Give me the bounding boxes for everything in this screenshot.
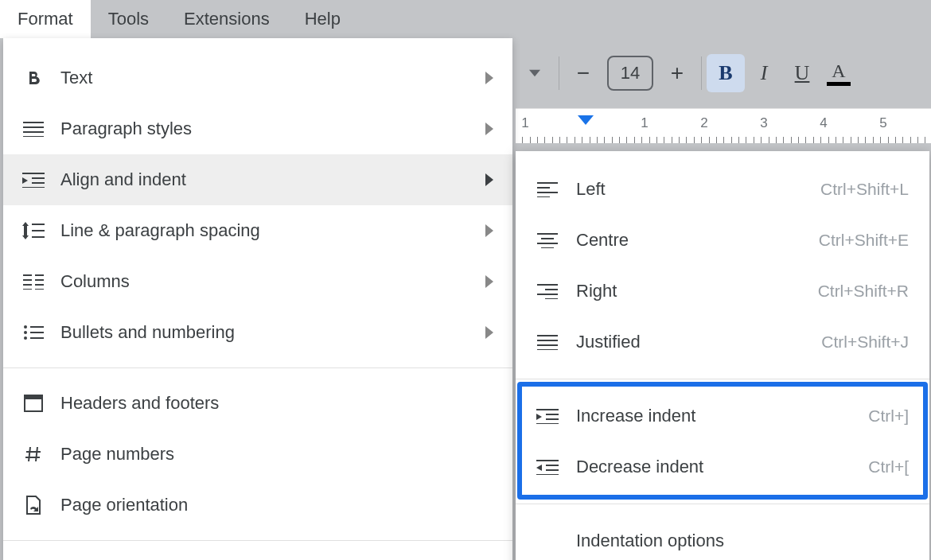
menu-item-label: Align and indent [60, 169, 186, 190]
ruler-number: 4 [820, 115, 827, 131]
menu-item-align-and-indent[interactable]: Align and indent [3, 154, 512, 205]
submenu-item-shortcut: Ctrl+Shift+J [821, 332, 909, 352]
menu-help-label: Help [305, 9, 341, 29]
bold-icon [22, 67, 45, 89]
svg-point-19 [24, 325, 27, 329]
menu-item-headers-footers[interactable]: Headers and footers [3, 378, 512, 429]
font-size-input[interactable]: 14 [607, 56, 653, 91]
menu-item-bullets-numbering[interactable]: Bullets and numbering [3, 307, 512, 358]
submenu-item-shortcut: Ctrl+[ [868, 457, 909, 476]
align-right-icon [536, 280, 559, 302]
submenu-item-label: Decrease indent [576, 457, 703, 477]
font-size-value: 14 [621, 63, 640, 84]
menu-item-label: Line & paragraph spacing [60, 220, 260, 241]
italic-button[interactable]: I [745, 54, 783, 92]
menu-item-text[interactable]: Text [3, 52, 512, 103]
submenu-item-shortcut: Ctrl+Shift+L [820, 180, 909, 199]
menu-item-label: Page orientation [60, 495, 188, 515]
submenu-separator [516, 504, 929, 504]
italic-glyph: I [761, 61, 768, 85]
submenu-item-label: Indentation options [576, 531, 724, 551]
text-color-glyph: A [832, 61, 845, 80]
decrease-indent-icon [536, 456, 559, 478]
submenu-arrow-icon [485, 122, 493, 135]
menu-item-page-numbers[interactable]: Page numbers [3, 429, 512, 480]
menu-item-page-orientation[interactable]: Page orientation [3, 480, 512, 531]
submenu-item-decrease-indent[interactable]: Decrease indent Ctrl+[ [516, 441, 929, 492]
text-color-bar [827, 82, 851, 86]
submenu-item-centre[interactable]: Centre Ctrl+Shift+E [516, 215, 929, 266]
align-justified-icon [536, 331, 559, 353]
ruler-number: 3 [760, 115, 767, 131]
align-left-icon [536, 178, 559, 200]
menu-extensions[interactable]: Extensions [166, 0, 287, 38]
menu-item-line-spacing[interactable]: Line & paragraph spacing [3, 205, 512, 256]
ruler-number: 1 [641, 115, 648, 131]
menu-item-label: Columns [60, 271, 130, 292]
svg-point-20 [24, 331, 27, 334]
bold-glyph: B [719, 61, 732, 85]
menu-item-label: Headers and footers [60, 393, 219, 414]
submenu-arrow-icon [485, 224, 493, 237]
menu-help[interactable]: Help [287, 0, 358, 38]
menu-format-label: Format [18, 9, 73, 29]
underline-button[interactable]: U [783, 54, 821, 92]
font-family-dropdown[interactable] [516, 54, 554, 92]
submenu-item-shortcut: Ctrl+] [868, 406, 909, 426]
paragraph-styles-icon [22, 118, 45, 140]
menu-item-paragraph-styles[interactable]: Paragraph styles [3, 103, 512, 154]
align-indent-icon [22, 169, 45, 191]
font-size-control: − 14 + [564, 54, 696, 92]
svg-line-28 [36, 447, 37, 461]
submenu-item-indentation-options[interactable]: Indentation options [516, 515, 929, 560]
submenu-item-label: Right [576, 281, 617, 301]
menu-item-label: Paragraph styles [60, 119, 192, 139]
submenu-item-label: Justified [576, 332, 641, 352]
menu-format[interactable]: Format [0, 0, 91, 38]
svg-line-27 [29, 447, 30, 461]
svg-rect-26 [25, 395, 42, 399]
line-spacing-icon [22, 220, 45, 242]
submenu-arrow-icon [485, 173, 493, 186]
page-orientation-icon [22, 494, 45, 516]
submenu-item-increase-indent[interactable]: Increase indent Ctrl+] [516, 391, 929, 441]
decrease-font-size-button[interactable]: − [564, 54, 602, 92]
ruler[interactable]: 1 1 2 3 4 5 // ticks will be drawn after… [516, 108, 931, 143]
menu-extensions-label: Extensions [184, 9, 270, 29]
menu-item-label: Text [60, 68, 92, 88]
submenu-item-right[interactable]: Right Ctrl+Shift+R [516, 266, 929, 317]
menu-item-label: Bullets and numbering [60, 322, 235, 343]
align-centre-icon [536, 229, 559, 251]
submenu-item-justified[interactable]: Justified Ctrl+Shift+J [516, 317, 929, 368]
submenu-arrow-icon [485, 326, 493, 339]
toolbar-separator [701, 56, 702, 90]
menubar: Format Tools Extensions Help [0, 0, 931, 38]
blank-icon [536, 530, 559, 552]
page-numbers-icon [22, 443, 45, 465]
ruler-number: 2 [700, 115, 707, 131]
format-dropdown: Text Paragraph styles Align and indent L… [3, 38, 512, 560]
submenu-item-shortcut: Ctrl+Shift+E [819, 231, 909, 250]
bold-button[interactable]: B [707, 54, 745, 92]
ruler-number: 1 [521, 115, 528, 131]
menu-item-label: Page numbers [60, 444, 174, 465]
submenu-arrow-icon [485, 275, 493, 288]
columns-icon [22, 270, 45, 293]
svg-point-21 [24, 336, 27, 340]
ruler-number: 5 [879, 115, 886, 131]
menu-tools-label: Tools [108, 9, 149, 29]
menu-separator [3, 368, 512, 368]
menu-item-columns[interactable]: Columns [3, 256, 512, 307]
increase-indent-icon [536, 405, 559, 427]
submenu-item-label: Centre [576, 230, 629, 251]
toolbar-separator [559, 56, 559, 90]
align-indent-submenu: Left Ctrl+Shift+L Centre Ctrl+Shift+E Ri… [516, 151, 929, 560]
submenu-item-label: Left [576, 179, 606, 200]
submenu-item-label: Increase indent [576, 406, 695, 426]
menu-tools[interactable]: Tools [91, 0, 166, 38]
increase-font-size-button[interactable]: + [658, 54, 696, 92]
submenu-item-left[interactable]: Left Ctrl+Shift+L [516, 164, 929, 215]
text-color-button[interactable]: A [821, 54, 856, 92]
indent-marker[interactable] [578, 115, 594, 125]
headers-footers-icon [22, 392, 45, 414]
